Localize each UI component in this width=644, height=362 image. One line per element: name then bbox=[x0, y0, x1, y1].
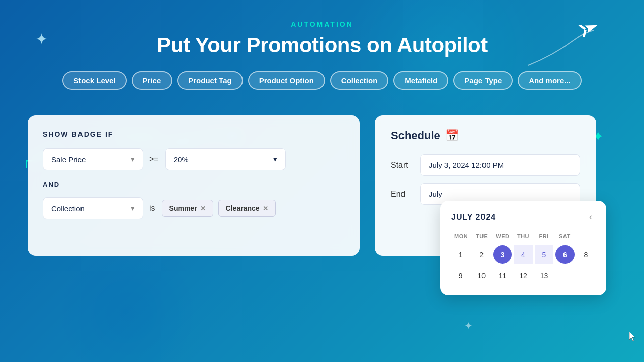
page-header: AUTOMATION Put Your Promotions on Autopi… bbox=[0, 0, 644, 57]
calendar-day-6[interactable]: 6 bbox=[555, 245, 574, 264]
calendar-day-3[interactable]: 3 bbox=[493, 245, 512, 264]
chevron-down-icon-3: ▾ bbox=[131, 204, 135, 213]
tag-chip-clearance[interactable]: Clearance ✕ bbox=[218, 200, 276, 217]
second-field-select[interactable]: Collection ▾ bbox=[43, 197, 143, 219]
calendar-prev-button[interactable]: ‹ bbox=[586, 211, 595, 223]
remove-tag-icon[interactable]: ✕ bbox=[200, 205, 206, 212]
tags-row: Summer ✕Clearance ✕ bbox=[162, 200, 276, 217]
schedule-header: Schedule 📅 bbox=[391, 129, 580, 142]
tag-pill-price[interactable]: Price bbox=[132, 71, 173, 90]
calendar-day-5[interactable]: 5 bbox=[535, 245, 553, 264]
calendar-day-10[interactable]: 10 bbox=[472, 266, 491, 285]
badge-panel-title: SHOW BADGE IF bbox=[43, 130, 345, 138]
star-decoration-3: ✦ bbox=[464, 320, 473, 332]
calendar-day-1[interactable]: 1 bbox=[451, 245, 470, 264]
automation-label: AUTOMATION bbox=[0, 20, 644, 28]
calendar-day-2[interactable]: 2 bbox=[472, 245, 491, 264]
second-condition-row: Collection ▾ is Summer ✕Clearance ✕ bbox=[43, 197, 345, 219]
calendar-day-label-fri: FRI bbox=[534, 231, 554, 241]
calendar-grid: 1234568910111213 bbox=[451, 245, 595, 285]
calendar-day-label-mon: MON bbox=[451, 231, 471, 241]
condition-field-select[interactable]: Sale Price ▾ bbox=[43, 148, 143, 170]
badge-panel: SHOW BADGE IF Sale Price ▾ >= 20% ▾ AND … bbox=[28, 115, 360, 256]
start-row: Start July 3, 2024 12:00 PM bbox=[391, 154, 580, 176]
panels-container: SHOW BADGE IF Sale Price ▾ >= 20% ▾ AND … bbox=[0, 115, 644, 256]
tag-pill-and-more...[interactable]: And more... bbox=[518, 71, 582, 90]
remove-tag-icon[interactable]: ✕ bbox=[263, 205, 268, 212]
tag-pill-product-option[interactable]: Product Option bbox=[248, 71, 325, 90]
mouse-cursor bbox=[629, 332, 636, 342]
start-date-input[interactable]: July 3, 2024 12:00 PM bbox=[420, 154, 580, 176]
calendar-popup: JULY 2024 ‹ MONTUEWEDTHUFRISAT 123456891… bbox=[440, 201, 606, 295]
calendar-day-headers: MONTUEWEDTHUFRISAT bbox=[451, 231, 595, 241]
tag-pills-container: Stock LevelPriceProduct TagProduct Optio… bbox=[0, 71, 644, 90]
tag-pill-page-type[interactable]: Page Type bbox=[453, 71, 513, 90]
calendar-day-label-thu: THU bbox=[513, 231, 533, 241]
start-label: Start bbox=[391, 161, 413, 170]
is-label: is bbox=[149, 204, 155, 213]
schedule-title: Schedule bbox=[391, 129, 440, 142]
tag-pill-metafield[interactable]: Metafield bbox=[393, 71, 448, 90]
calendar-day-label-tue: TUE bbox=[472, 231, 492, 241]
value-select[interactable]: 20% ▾ bbox=[165, 148, 286, 170]
calendar-icon: 📅 bbox=[445, 129, 459, 142]
calendar-day-9[interactable]: 9 bbox=[451, 266, 470, 285]
calendar-day-12[interactable]: 12 bbox=[514, 266, 532, 285]
chevron-down-icon: ▾ bbox=[131, 155, 135, 164]
calendar-day-11[interactable]: 11 bbox=[493, 266, 512, 285]
tag-pill-stock-level[interactable]: Stock Level bbox=[62, 71, 126, 90]
tag-pill-collection[interactable]: Collection bbox=[330, 71, 389, 90]
end-label: End bbox=[391, 190, 413, 199]
calendar-header: JULY 2024 ‹ bbox=[451, 211, 595, 223]
main-title: Put Your Promotions on Autopilot bbox=[0, 33, 644, 57]
calendar-day-13[interactable]: 13 bbox=[535, 266, 553, 285]
chevron-down-icon-2: ▾ bbox=[273, 155, 277, 164]
tag-pill-product-tag[interactable]: Product Tag bbox=[177, 71, 243, 90]
tag-chip-summer[interactable]: Summer ✕ bbox=[162, 200, 213, 217]
calendar-month-year: JULY 2024 bbox=[451, 213, 496, 222]
and-label: AND bbox=[43, 180, 345, 188]
calendar-day-4[interactable]: 4 bbox=[514, 245, 532, 264]
operator-label: >= bbox=[149, 155, 159, 164]
calendar-day-label-sat: SAT bbox=[555, 231, 575, 241]
schedule-panel: Schedule 📅 Start July 3, 2024 12:00 PM E… bbox=[375, 115, 596, 256]
calendar-day-8[interactable]: 8 bbox=[577, 245, 595, 264]
calendar-day-label-wed: WED bbox=[493, 231, 512, 241]
first-condition-row: Sale Price ▾ >= 20% ▾ bbox=[43, 148, 345, 170]
